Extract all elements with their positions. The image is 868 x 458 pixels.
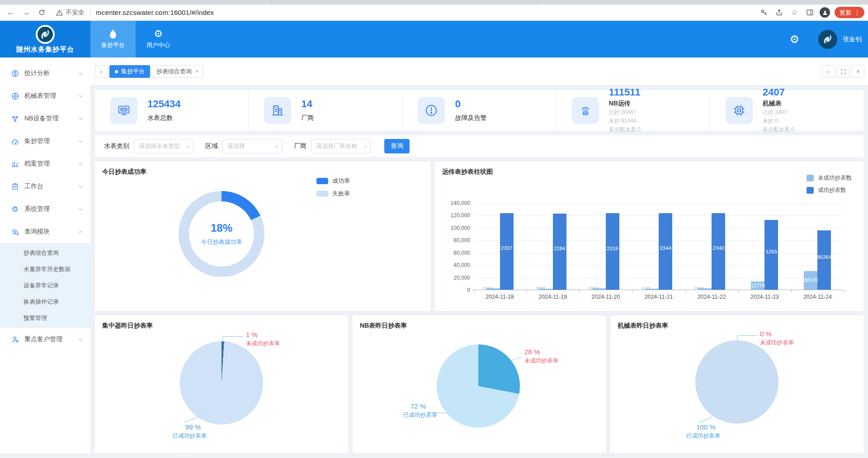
sidebar-item-label: 重点客户管理 [24, 335, 79, 344]
workbench-icon [11, 182, 19, 191]
donut-percent: 18% [211, 222, 232, 234]
reload-button[interactable] [35, 6, 48, 19]
donut-chart-panel: 今日抄表成功率 成功率失败率 18% 今日抄表成功率 [95, 162, 430, 311]
share-icon[interactable] [773, 6, 785, 19]
legend-item[interactable]: 成功率 [316, 177, 350, 185]
bar-value-label: 2284 [554, 246, 566, 251]
sidebar-item-collect[interactable]: 集抄管理 [0, 130, 90, 153]
pie-label-success: 100 % 已成功抄表率 [686, 423, 720, 439]
stats-cards-panel: 125434水表总数14厂商0故障及告警111511NB远传已抄:20467未抄… [95, 90, 863, 131]
brand-block: 随州水务集抄平台 [0, 21, 90, 57]
tabs-scroll-right-button[interactable]: › [822, 65, 835, 78]
sidebar-subitem[interactable]: 水量异常历史数据 [0, 261, 90, 277]
building-icon [264, 97, 291, 124]
system-icon: ⚙ [11, 205, 19, 213]
axis-tick [844, 290, 844, 292]
axis-tick [526, 290, 527, 292]
password-key-icon[interactable] [757, 6, 770, 19]
stat-detail: 未抄:91044 [609, 117, 641, 125]
sidebar-item-mech[interactable]: 机械表管理 [0, 85, 90, 107]
close-tab-icon[interactable]: × [195, 68, 198, 75]
legend-item[interactable]: 成功抄表数 [807, 186, 852, 194]
tab-open-page[interactable]: 抄表综合查询 × [151, 65, 203, 78]
pie-panel-nb: NB表昨日抄表率 28 % 未成功抄表率 72 % 已成功抄表率 [353, 315, 606, 453]
archive-icon [11, 160, 19, 168]
tab-home[interactable]: 集抄平台 [109, 65, 150, 78]
panel-title: 机械表昨日抄表率 [618, 322, 668, 330]
sidebar-item-nb[interactable]: NB设备管理 [0, 107, 90, 130]
sidebar-item-label: 系统管理 [24, 205, 79, 213]
bar-successful [764, 220, 778, 290]
url-text[interactable]: mcenter.szcswater.com:16001/#/index [96, 9, 214, 16]
gear-icon: ⚙ [154, 29, 163, 39]
nav-item-usercenter[interactable]: ⚙ 用户中心 [136, 21, 181, 57]
sidebar-subitem[interactable]: 抄表综合查询 [0, 245, 90, 261]
panel-title: 远传表抄表柱状图 [442, 168, 493, 176]
pie-panel-concentrator: 集中器昨日抄表率 1 % 未成功抄表率 99 % 已成功抄表率 [95, 315, 348, 453]
sidebar-item-system[interactable]: ⚙系统管理 [0, 198, 90, 220]
stat-card: 111511NB远传已抄:20467未抄:91044未分配水表:0 [556, 90, 710, 131]
chevron-down-icon [79, 71, 83, 75]
chevron-down-icon [79, 206, 83, 211]
stat-value: 2407 [763, 87, 794, 98]
legend-swatch [316, 191, 328, 197]
sidebar-subitem[interactable]: 预警管理 [0, 310, 90, 326]
query-button[interactable]: 查询 [384, 139, 410, 153]
security-area[interactable]: 不安全 [56, 9, 96, 17]
browser-profile-avatar[interactable] [820, 7, 830, 18]
sidebar-item-label: NB设备管理 [24, 114, 79, 123]
sidebar-subitem[interactable]: 设备异常记录 [0, 277, 90, 294]
leader-line [699, 417, 712, 423]
nav-item-platform[interactable]: 集抄平台 [90, 21, 136, 57]
pie-label-fail: 28 % 未成功抄表率 [524, 348, 558, 364]
stat-label: 厂商 [301, 114, 314, 122]
bar-plot-area: 2337210422284180812316221022344117012340… [473, 203, 844, 290]
sidebar-subitem[interactable]: 换表操作记录 [0, 294, 90, 310]
bar-value-label: 2344 [660, 245, 671, 251]
legend-item[interactable]: 失败率 [316, 190, 350, 198]
settings-gear-icon[interactable]: ⚙ [789, 33, 799, 46]
query-icon [11, 228, 19, 236]
sidebar-item-label: 统计分析 [24, 69, 79, 77]
sidebar-item-label: 集抄管理 [24, 137, 79, 145]
forward-button[interactable]: → [20, 6, 33, 19]
bar-legend: 未成功抄表数成功抄表数 [807, 174, 852, 199]
axis-tick [473, 290, 474, 292]
close-all-button[interactable]: × [852, 65, 864, 78]
pie-chart [437, 344, 520, 428]
toolbar-right: ☆ 更新 ⋮ [755, 6, 864, 19]
sidebar-item-stats[interactable]: 统计分析 [0, 62, 90, 85]
chevron-down-icon [79, 184, 83, 188]
pie-label-fail: 0 % 未成功抄表率 [760, 330, 794, 346]
back-button[interactable]: ← [5, 6, 17, 19]
vendor-select[interactable]: 请选择厂商名称 [311, 139, 371, 153]
chevron-down-icon [79, 161, 83, 166]
bar-successful [553, 214, 566, 290]
region-select[interactable]: 请选择 [222, 139, 282, 153]
x-axis-label: 2024-11-23 [738, 294, 791, 300]
tab-separator [538, 1, 538, 4]
sidebar-item-workbench[interactable]: 工作台 [0, 175, 90, 198]
browser-update-button[interactable]: 更新 ⋮ [835, 7, 864, 18]
sidebar-item-query[interactable]: 查询模块 [0, 220, 90, 243]
pie-chart [695, 340, 778, 424]
meter-type-select[interactable]: 请选择水表类型 [134, 139, 193, 153]
signal-icon [572, 97, 599, 124]
bar-value-label: 24191 [694, 286, 704, 290]
user-avatar[interactable] [818, 30, 837, 49]
legend-item[interactable]: 未成功抄表数 [807, 174, 852, 182]
bar-value-label: 95264 [817, 254, 831, 260]
bar-value-label: 2337 [501, 245, 513, 251]
bookmark-star-icon[interactable]: ☆ [788, 6, 801, 19]
collect-icon [11, 137, 19, 145]
sidebar-item-customer[interactable]: 重点客户管理 [0, 328, 90, 351]
reload-icon [38, 9, 46, 16]
side-panel-icon[interactable] [803, 6, 816, 19]
fullscreen-icon [840, 69, 846, 75]
sidebar-item-archive[interactable]: 档案管理 [0, 153, 90, 175]
sidebar: 统计分析机械表管理NB设备管理集抄管理档案管理工作台⚙系统管理查询模块抄表综合查… [0, 57, 90, 453]
bar-successful [712, 213, 725, 290]
menu-dots-icon: ⋮ [854, 9, 860, 16]
tabs-scroll-left-button[interactable]: ‹ [95, 65, 108, 78]
fullscreen-button[interactable] [837, 65, 849, 78]
